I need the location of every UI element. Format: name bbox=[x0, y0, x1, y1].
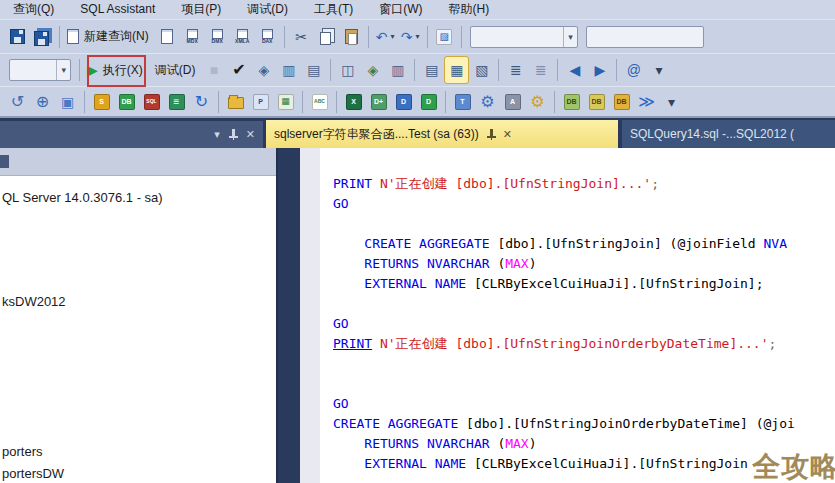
redo-button[interactable]: ↷▾ bbox=[399, 24, 422, 50]
copy-button[interactable] bbox=[315, 24, 338, 50]
menu-sql-assistant[interactable]: SQL Assistant bbox=[67, 1, 168, 18]
stop-button[interactable]: ■ bbox=[202, 57, 225, 83]
debug-button[interactable]: 调试(D) bbox=[150, 57, 201, 83]
execute-button[interactable]: ▶执行(X) bbox=[85, 57, 148, 83]
tab-inactive-document[interactable]: SQLQuery14.sql -...SQL2012 ( bbox=[622, 120, 835, 148]
uncomment-button[interactable]: ≣ bbox=[529, 57, 552, 83]
oe-item-database-portersdw[interactable]: portersDW bbox=[2, 466, 64, 481]
code-line bbox=[333, 374, 835, 394]
format-sql-icon: P bbox=[253, 94, 269, 110]
db-import-button[interactable]: D bbox=[392, 89, 415, 115]
query-type-label: DMX bbox=[212, 39, 223, 45]
components-button[interactable]: ▣ bbox=[56, 89, 79, 115]
toolbar2-overflow-button[interactable]: ▾ bbox=[647, 57, 670, 83]
copy-table-button[interactable]: T bbox=[451, 89, 474, 115]
toolbar-combobox-1[interactable]: ▾ bbox=[470, 26, 578, 48]
code-line: CREATE AGGREGATE [dbo].[UfnStringJoinOrd… bbox=[333, 414, 835, 434]
db-compare-3-button[interactable]: DB bbox=[610, 89, 633, 115]
database-combobox[interactable]: ▾ bbox=[9, 59, 71, 81]
database-engine-query-button[interactable] bbox=[156, 24, 179, 50]
panel-splitter[interactable] bbox=[278, 148, 300, 483]
db-compare-2-button[interactable]: DB bbox=[585, 89, 608, 115]
green-database-button[interactable]: DB bbox=[115, 89, 138, 115]
toolbar-combobox-2[interactable] bbox=[586, 26, 704, 48]
sqlcmd-mode-button[interactable]: @ bbox=[622, 57, 645, 83]
gears-gold-button[interactable]: ⚙ bbox=[526, 89, 549, 115]
toolbar3-overflow-button[interactable]: ▾ bbox=[660, 89, 683, 115]
dax-query-button[interactable]: DAX bbox=[256, 24, 279, 50]
dropdown-arrow-icon[interactable]: ▾ bbox=[416, 32, 420, 41]
oe-item-database-porters[interactable]: porters bbox=[2, 444, 42, 459]
menu-help[interactable]: 帮助(H) bbox=[436, 0, 503, 20]
db-export-button[interactable]: D+ bbox=[367, 89, 390, 115]
code-line: GO bbox=[333, 194, 835, 214]
code-token bbox=[372, 176, 380, 191]
save-button[interactable] bbox=[6, 24, 29, 50]
menu-project[interactable]: 项目(P) bbox=[168, 0, 234, 20]
spell-check-button[interactable]: ABC bbox=[308, 89, 331, 115]
query-options-button[interactable]: ▥ bbox=[277, 57, 300, 83]
gears-blue-button[interactable]: ⚙ bbox=[476, 89, 499, 115]
object-explorer-toolbar-icon[interactable] bbox=[0, 155, 9, 168]
comment-button[interactable]: ≣ bbox=[504, 57, 527, 83]
save-all-button[interactable] bbox=[31, 24, 54, 50]
cut-button[interactable]: ✂ bbox=[290, 24, 313, 50]
open-folder-button[interactable] bbox=[224, 89, 247, 115]
globe-settings-icon: ⊕ bbox=[36, 94, 49, 110]
sql-editor[interactable]: PRINT N'正在创建 [dbo].[UfnStringJoin]...';G… bbox=[300, 148, 835, 483]
tab-close-icon[interactable]: ✕ bbox=[503, 128, 512, 141]
archive-button[interactable]: A bbox=[501, 89, 524, 115]
code-token bbox=[333, 436, 364, 451]
dropdown-arrow-icon[interactable]: ▾ bbox=[391, 32, 395, 41]
results-to-text-button[interactable]: ▤ bbox=[420, 57, 443, 83]
sql-code-area[interactable]: PRINT N'正在创建 [dbo].[UfnStringJoin]...';G… bbox=[333, 174, 835, 483]
tab-active-document[interactable]: sqlserver字符串聚合函....Test (sa (63)) ✕ bbox=[266, 120, 618, 148]
mdx-query-button[interactable]: MDX bbox=[181, 24, 204, 50]
excel-button[interactable]: X bbox=[342, 89, 365, 115]
menu-debug[interactable]: 调试(D) bbox=[234, 0, 301, 20]
db-objects-button[interactable]: ≡ bbox=[165, 89, 188, 115]
selection-editor-button[interactable]: ▨ bbox=[433, 24, 456, 50]
fast-forward-button[interactable]: ≫ bbox=[635, 89, 658, 115]
refresh-blue-button[interactable]: ↻ bbox=[190, 89, 213, 115]
menu-query[interactable]: 查询(Q) bbox=[0, 0, 67, 20]
tab-pin-icon[interactable] bbox=[486, 129, 496, 140]
refresh-objects-button[interactable]: ↺ bbox=[6, 89, 29, 115]
db-compare-1-button[interactable]: DB bbox=[560, 89, 583, 115]
format-sql-button[interactable]: P bbox=[249, 89, 272, 115]
menu-window[interactable]: 窗口(W) bbox=[366, 0, 435, 20]
panel-close-icon[interactable]: ✕ bbox=[246, 129, 255, 140]
window-position-icon[interactable]: ▾ bbox=[214, 129, 220, 140]
decrease-indent-button[interactable]: ◀ bbox=[563, 57, 586, 83]
sql-stop-icon: SQL bbox=[144, 94, 160, 110]
new-query-button[interactable]: 新建查询(N) bbox=[65, 24, 154, 50]
globe-settings-button[interactable]: ⊕ bbox=[31, 89, 54, 115]
sql-stop-button[interactable]: SQL bbox=[140, 89, 163, 115]
menu-tools[interactable]: 工具(T) bbox=[301, 0, 366, 20]
auto-hide-pin-icon[interactable] bbox=[228, 129, 238, 140]
include-actual-plan-button[interactable]: ◈ bbox=[361, 57, 384, 83]
estimated-plan-button[interactable]: ◈ bbox=[252, 57, 275, 83]
increase-indent-button[interactable]: ▶ bbox=[588, 57, 611, 83]
dmx-query-button[interactable]: DMX bbox=[206, 24, 229, 50]
oe-item-server[interactable]: QL Server 14.0.3076.1 - sa) bbox=[2, 190, 163, 205]
parse-button[interactable]: ✔ bbox=[227, 57, 250, 83]
xmla-query-button[interactable]: XMLA bbox=[231, 24, 254, 50]
intellisense-button[interactable]: ▤ bbox=[302, 57, 325, 83]
oe-item-database-ksdw2012[interactable]: ksDW2012 bbox=[2, 294, 66, 309]
results-to-grid-button[interactable]: ▦ bbox=[445, 57, 468, 83]
results-to-file-button[interactable]: ▧ bbox=[470, 57, 493, 83]
specify-template-values-icon: ◫ bbox=[341, 63, 354, 77]
undo-button[interactable]: ↶▾ bbox=[374, 24, 397, 50]
code-line: RETURNS NVARCHAR (MAX) bbox=[333, 434, 835, 454]
sql-lightning-button[interactable]: S bbox=[90, 89, 113, 115]
gears-gold-icon: ⚙ bbox=[530, 94, 544, 110]
specify-template-values-button[interactable]: ◫ bbox=[336, 57, 359, 83]
include-client-statistics-button[interactable]: ▥ bbox=[386, 57, 409, 83]
code-token: RETURNS bbox=[364, 256, 419, 271]
combobox-arrow-icon: ▾ bbox=[563, 27, 577, 47]
sql-lightning-icon: S bbox=[94, 94, 110, 110]
export-results-button[interactable]: ▦ bbox=[274, 89, 297, 115]
db-sync-button[interactable]: D bbox=[417, 89, 440, 115]
paste-button[interactable] bbox=[340, 24, 363, 50]
